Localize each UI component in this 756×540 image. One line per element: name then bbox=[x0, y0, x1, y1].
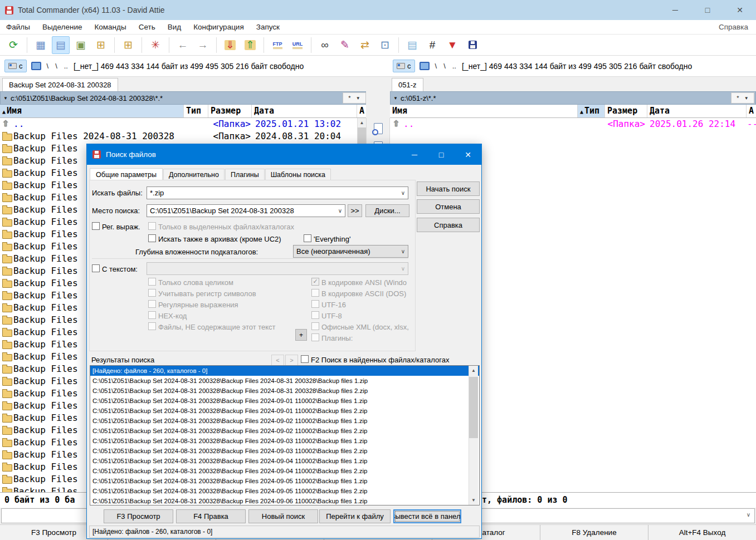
close-button[interactable]: ✕ bbox=[455, 144, 481, 165]
file-row[interactable]: ⇧..<Папка>2025.01.21 13:02 bbox=[0, 118, 357, 130]
right-panel-tab[interactable]: 051-z bbox=[392, 78, 423, 91]
result-item[interactable]: C:\051\Z051\Backup Set 2024-08-31 200328… bbox=[90, 476, 479, 486]
maximize-button[interactable]: □ bbox=[691, 0, 724, 20]
result-item[interactable]: C:\051\Z051\Backup Set 2024-08-31 200328… bbox=[90, 486, 479, 496]
toolbar-forward-icon[interactable]: → bbox=[194, 36, 212, 54]
search-in-input[interactable]: C:\051\Z051\Backup Set 2024-08-31 200328… bbox=[147, 204, 345, 217]
toolbar-ftp-connect-icon[interactable]: FTP bbox=[269, 36, 286, 54]
header-type[interactable]: Тип bbox=[184, 105, 208, 117]
toolbar-sync-dirs-icon[interactable]: ⇄ bbox=[356, 36, 374, 54]
regex-checkbox[interactable] bbox=[92, 222, 100, 230]
maximize-button[interactable]: □ bbox=[428, 144, 455, 165]
result-item[interactable]: C:\051\Z051\Backup Set 2024-08-31 200328… bbox=[90, 496, 479, 505]
new-search-button[interactable]: Новый поиск bbox=[248, 509, 318, 523]
toolbar-network-icon[interactable]: ⊡ bbox=[376, 36, 394, 54]
menu-item-6[interactable]: Запуск bbox=[250, 23, 286, 31]
menu-item-1[interactable]: Выделение bbox=[36, 23, 89, 31]
drive-c-button[interactable]: c bbox=[393, 60, 415, 72]
chevron-down-icon[interactable]: ∨ bbox=[338, 208, 342, 214]
left-panel-tab[interactable]: Backup Set 2024-08-31 200328 bbox=[2, 78, 118, 91]
toolbar-full-view-icon[interactable]: ▤ bbox=[52, 36, 70, 54]
fn-key-f8[interactable]: F8 Удаление bbox=[540, 525, 648, 540]
with-text-checkbox[interactable] bbox=[92, 264, 100, 272]
path-history-icon[interactable]: ▼ bbox=[3, 96, 8, 101]
minimize-button[interactable]: ─ bbox=[659, 0, 691, 20]
chevron-down-icon[interactable]: ∨ bbox=[401, 248, 405, 254]
results-scrollbar[interactable]: ▲ ▼ bbox=[469, 366, 478, 505]
header-size[interactable]: Размер bbox=[605, 105, 647, 117]
menu-help[interactable]: Справка bbox=[711, 23, 756, 31]
toolbar-select-types-icon[interactable]: ✳ bbox=[147, 36, 164, 54]
menu-item-5[interactable]: Конфигурация bbox=[187, 23, 250, 31]
f2-search-found-checkbox[interactable] bbox=[301, 355, 309, 363]
filter-star-button[interactable]: * bbox=[348, 95, 350, 101]
header-type[interactable]: ▲Тип bbox=[578, 105, 605, 117]
header-name[interactable]: ▲Имя bbox=[0, 105, 184, 117]
f4-edit-button[interactable]: F4 Правка bbox=[176, 509, 246, 523]
expand-dirs-button[interactable]: >> bbox=[348, 204, 362, 217]
result-item[interactable]: C:\051\Z051\Backup Set 2024-08-31 200328… bbox=[90, 466, 479, 476]
root-button[interactable]: \ bbox=[442, 62, 447, 70]
toolbar-refresh-icon[interactable]: ⟳ bbox=[4, 36, 22, 54]
menu-item-2[interactable]: Команды bbox=[88, 23, 132, 31]
result-item[interactable]: C:\051\Z051\Backup Set 2024-08-31 200328… bbox=[90, 396, 479, 406]
toolbar-back-icon[interactable]: ← bbox=[174, 36, 192, 54]
menu-item-3[interactable]: Сеть bbox=[133, 23, 162, 31]
toolbar-brief-view-icon[interactable]: ▦ bbox=[32, 36, 50, 54]
prev-result-button[interactable]: < bbox=[271, 355, 284, 366]
toolbar-multi-rename-icon[interactable]: ✎ bbox=[336, 36, 354, 54]
toolbar-compare-icon[interactable]: # bbox=[423, 36, 441, 54]
everything-checkbox[interactable] bbox=[304, 234, 311, 242]
header-date[interactable]: Дата bbox=[252, 105, 357, 117]
scrollbar-thumb[interactable] bbox=[469, 377, 478, 438]
with-text-label[interactable]: С текстом: bbox=[102, 265, 138, 273]
network-drive-icon[interactable] bbox=[31, 62, 41, 70]
toolbar-thumbnails-view-icon[interactable]: ▣ bbox=[72, 36, 90, 54]
updir-button[interactable]: .. bbox=[63, 62, 69, 70]
result-item[interactable]: C:\051\Z051\Backup Set 2024-08-31 200328… bbox=[90, 456, 479, 466]
toolbar-search-icon[interactable]: ∞ bbox=[316, 36, 334, 54]
toolbar-notepad-icon[interactable]: ▤ bbox=[403, 36, 421, 54]
search-for-input[interactable]: *.zip∨ bbox=[147, 186, 408, 199]
root-button[interactable]: \ bbox=[434, 62, 438, 70]
minimize-button[interactable]: ─ bbox=[401, 144, 428, 165]
left-path-bar[interactable]: ▼ c:\051\Z051\Backup Set 2024-08-31 2003… bbox=[0, 91, 366, 105]
feed-to-listbox-button[interactable]: Вывести всё в панель bbox=[393, 509, 461, 523]
quick-view-button[interactable] bbox=[370, 121, 387, 136]
file-row[interactable]: Backup Files 2024-08-31 200328<Папка>202… bbox=[0, 130, 357, 143]
menu-item-0[interactable]: Файлы bbox=[0, 23, 36, 31]
toolbar-pack-icon[interactable]: ⇓ bbox=[221, 36, 239, 54]
header-size[interactable]: Размер bbox=[208, 105, 252, 117]
toolbar-branch-view-icon[interactable]: ⊞ bbox=[119, 36, 137, 54]
scroll-down-icon[interactable]: ▼ bbox=[469, 495, 478, 505]
result-item[interactable]: C:\051\Z051\Backup Set 2024-08-31 200328… bbox=[90, 436, 479, 446]
drive-c-button[interactable]: c bbox=[4, 60, 27, 72]
regex-label[interactable]: Рег. выраж. bbox=[102, 223, 140, 231]
menu-item-4[interactable]: Вид bbox=[162, 23, 187, 31]
chevron-down-icon[interactable]: ∨ bbox=[401, 190, 405, 196]
toolbar-save-icon[interactable] bbox=[464, 36, 481, 54]
header-name[interactable]: Имя bbox=[390, 105, 578, 117]
depth-select[interactable]: Все (неограниченная)∨ bbox=[293, 245, 408, 258]
toolbar-filter-icon[interactable]: ▼ bbox=[443, 36, 461, 54]
header-date[interactable]: Дата bbox=[647, 105, 747, 117]
path-dropdown-icon[interactable]: ▼ bbox=[744, 96, 749, 101]
updir-button[interactable]: .. bbox=[451, 62, 457, 70]
search-archives-label[interactable]: Искать также в архивах (кроме UC2) bbox=[158, 235, 281, 243]
path-history-icon[interactable]: ▼ bbox=[393, 96, 398, 101]
path-dropdown-icon[interactable]: ▼ bbox=[356, 96, 360, 101]
close-button[interactable]: ✕ bbox=[724, 0, 756, 20]
result-item[interactable]: [Найдено: файлов - 260, каталогов - 0] bbox=[90, 366, 479, 376]
result-item[interactable]: C:\051\Z051\Backup Set 2024-08-31 200328… bbox=[90, 426, 479, 436]
toolbar-ftp-url-icon[interactable]: URL bbox=[289, 36, 306, 54]
f2-search-found-label[interactable]: F2 Поиск в найденных файлах/каталогах bbox=[311, 356, 449, 364]
search-results-list[interactable]: [Найдено: файлов - 260, каталогов - 0]C:… bbox=[90, 365, 480, 505]
header-attr[interactable]: А bbox=[747, 105, 756, 117]
command-history-icon[interactable]: ∨ bbox=[747, 512, 750, 518]
file-row[interactable]: ⇧..<Папка>2025.01.26 22:14-- bbox=[390, 118, 756, 130]
header-attr[interactable]: А bbox=[357, 105, 366, 117]
search-archives-checkbox[interactable] bbox=[148, 234, 156, 242]
scroll-up-icon[interactable]: ▲ bbox=[469, 366, 478, 375]
drives-button[interactable]: Диски... bbox=[365, 204, 409, 217]
root-button[interactable]: \ bbox=[46, 62, 50, 70]
